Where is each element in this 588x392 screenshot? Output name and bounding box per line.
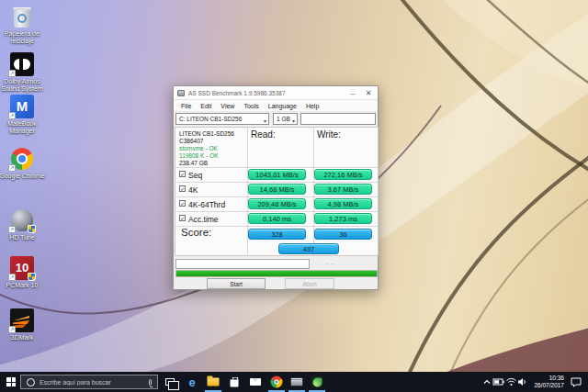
menu-bar: File Edit View Tools Language Help	[174, 100, 378, 112]
4k-write-value: 3,67 MB/s	[314, 184, 372, 195]
row-label: Seq	[188, 171, 202, 180]
clock-date: 26/07/2017	[534, 382, 564, 389]
grid-line	[175, 182, 378, 183]
start-button[interactable]: Start	[207, 278, 266, 289]
taskbar-clock[interactable]: 10:36 26/07/2017	[534, 375, 564, 389]
uac-shield-icon	[28, 273, 36, 281]
close-button[interactable]: ✕	[362, 88, 375, 98]
menu-language[interactable]: Language	[264, 103, 301, 109]
desktop-icon-hd-tune[interactable]: ↗ HD Tune	[0, 208, 46, 241]
store-icon	[231, 380, 239, 387]
menu-tools[interactable]: Tools	[239, 103, 263, 109]
score-label: Score:	[181, 227, 211, 238]
task-view-button[interactable]	[160, 372, 180, 392]
menu-edit[interactable]: Edit	[196, 103, 216, 109]
icon-label: PCMark 10	[0, 282, 46, 289]
acctime-write-value: 1,273 ms	[314, 213, 372, 224]
shortcut-arrow-icon: ↗	[8, 164, 16, 172]
drive-info: LITEON CB1-SD256 C386407 stornvme - OK 1…	[179, 130, 245, 167]
hd-tune-icon: ↗	[10, 208, 34, 232]
score-total-value: 497	[278, 243, 339, 254]
edge-icon: e	[188, 376, 195, 388]
search-input[interactable]	[40, 379, 149, 386]
desktop-icon-3dmark[interactable]: ↗ 3DMark	[0, 308, 46, 342]
taskbar-file-explorer[interactable]	[203, 372, 223, 392]
grid-line	[175, 211, 378, 212]
desktop-icon-dolby-atmos[interactable]: ↗ Dolby Atmos Sound System	[0, 52, 46, 93]
icon-label: 3DMark	[0, 334, 46, 342]
abort-button[interactable]: Abort	[285, 278, 334, 289]
start-menu-button[interactable]	[6, 377, 16, 386]
icon-label: Dolby Atmos Sound System	[0, 78, 46, 93]
taskbar-edge[interactable]: e	[182, 372, 202, 392]
score-write-value: 36	[314, 229, 372, 240]
icon-label: HD Tune	[0, 234, 46, 241]
toolbar: C: LITEON CB1-SD256 ▾ 1 GB ▾	[174, 112, 378, 127]
recycle-bin-icon	[10, 5, 34, 28]
desktop-icon-matebook-manager[interactable]: M ↗ MateBook Manager	[0, 95, 46, 135]
green-app-icon	[311, 376, 323, 388]
row-label: 4K-64Thrd	[188, 200, 225, 209]
taskbar-mail[interactable]	[245, 372, 266, 392]
title-bar[interactable]: AS SSD Benchmark 1.9.5986.35387 – ✕	[174, 86, 378, 100]
drive-alignment-status: 119808 K - OK	[179, 152, 245, 160]
taskbar-chrome[interactable]	[266, 372, 287, 392]
status-textbox[interactable]	[175, 259, 310, 269]
4k64-write-value: 4,98 MB/s	[314, 198, 372, 209]
progress-fill	[176, 271, 377, 276]
chevron-down-icon: ▾	[264, 117, 266, 127]
test-size-dropdown[interactable]: 1 GB ▾	[273, 113, 298, 125]
4k-read-value: 14,68 MB/s	[248, 184, 306, 195]
wifi-icon[interactable]	[505, 377, 517, 386]
score-read-value: 328	[248, 229, 306, 240]
chevron-down-icon: ▾	[292, 117, 295, 127]
elapsed-time-label: --:--	[325, 261, 335, 266]
chrome-icon: ↗	[10, 147, 34, 171]
minimize-button[interactable]: –	[346, 88, 359, 98]
dolby-atmos-icon: ↗	[10, 52, 34, 76]
menu-file[interactable]: File	[176, 103, 196, 109]
drive-capacity: 238.47 GB	[179, 160, 245, 167]
taskbar-green-app[interactable]	[307, 372, 327, 392]
desktop-icon-pcmark-10[interactable]: 10 ↗ PCMark 10	[0, 256, 46, 289]
microphone-icon[interactable]	[149, 379, 152, 386]
grid-line	[175, 196, 378, 197]
taskbar-store[interactable]	[224, 372, 244, 392]
progress-bar	[175, 270, 378, 277]
toolbar-textbox[interactable]	[300, 113, 376, 125]
shortcut-arrow-icon: ↗	[8, 226, 16, 233]
window-title: AS SSD Benchmark 1.9.5986.35387	[188, 90, 286, 96]
3dmark-icon: ↗	[10, 308, 34, 332]
results-table: Read: Write: LITEON CB1-SD256 C386407 st…	[175, 127, 379, 256]
acctime-checkbox[interactable]: ✓	[179, 215, 186, 221]
file-explorer-icon	[208, 378, 220, 386]
speaker-icon[interactable]	[517, 377, 528, 386]
taskbar-as-ssd[interactable]	[287, 372, 307, 392]
taskbar-search[interactable]	[20, 375, 158, 389]
drive-firmware: C386407	[179, 138, 245, 145]
hidden-icons-chevron[interactable]	[481, 377, 492, 386]
drive-model: LITEON CB1-SD256	[179, 130, 245, 138]
menu-view[interactable]: View	[216, 103, 239, 109]
drive-select-dropdown[interactable]: C: LITEON CB1-SD256 ▾	[175, 113, 269, 125]
row-label: Acc.time	[188, 215, 219, 224]
desktop-icon-google-chrome[interactable]: ↗ Google Chrome	[0, 147, 46, 180]
icon-label: Papelera de reciclaje	[0, 30, 46, 45]
menu-help[interactable]: Help	[301, 103, 323, 109]
4k-checkbox[interactable]: ✓	[179, 185, 186, 192]
read-column-header: Read:	[251, 129, 276, 140]
desktop-icon-recycle-bin[interactable]: Papelera de reciclaje	[0, 5, 46, 45]
battery-icon[interactable]	[492, 377, 505, 386]
shortcut-arrow-icon: ↗	[8, 326, 16, 333]
action-center-icon[interactable]	[570, 376, 582, 387]
seq-checkbox[interactable]: ✓	[179, 171, 186, 177]
write-column-header: Write:	[317, 129, 341, 140]
as-ssd-benchmark-window: AS SSD Benchmark 1.9.5986.35387 – ✕ File…	[173, 85, 379, 290]
grid-line	[175, 167, 378, 168]
pcmark-10-icon: 10 ↗	[10, 256, 34, 280]
taskbar: e	[0, 372, 588, 392]
4k64-checkbox[interactable]: ✓	[179, 200, 186, 207]
seq-write-value: 272,16 MB/s	[314, 169, 372, 180]
cortana-icon	[27, 378, 35, 386]
icon-label: MateBook Manager	[0, 120, 46, 135]
